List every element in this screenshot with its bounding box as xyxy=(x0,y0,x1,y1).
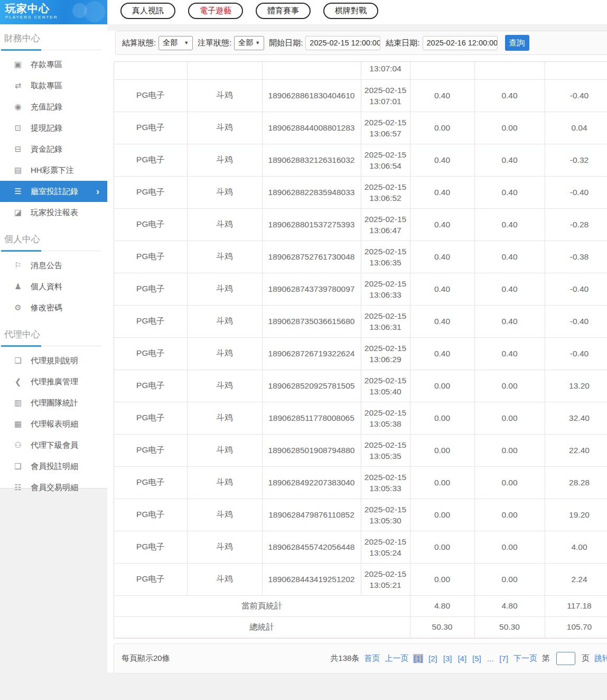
page-link[interactable]: [4] xyxy=(457,654,467,663)
time-line: 13:05:38 xyxy=(361,418,410,429)
cell-win-loss: 13.20 xyxy=(545,370,607,402)
cell-win-loss: -0.38 xyxy=(545,241,607,273)
tab-category[interactable]: 棋牌對戰 xyxy=(323,3,378,19)
cell-datetime: 2025-02-1513:06:29 xyxy=(361,337,410,370)
section-underline xyxy=(0,49,101,51)
cell-platform: PG电子 xyxy=(114,176,187,208)
search-button[interactable]: 查詢 xyxy=(505,35,529,51)
sidebar-item[interactable]: ⊟資金記錄 xyxy=(0,139,107,160)
cell-valid-bet: 0.40 xyxy=(474,305,545,337)
jump-button[interactable]: 跳转 xyxy=(594,653,607,664)
cell-valid-bet: 0.00 xyxy=(474,434,545,466)
order-status-select[interactable]: 全部 ▼ xyxy=(234,36,264,50)
sidebar-item[interactable]: ◉充值記錄 xyxy=(0,96,107,117)
date-line: 2025-02-15 xyxy=(361,536,410,547)
sidebar-item[interactable]: ▦代理報表明細 xyxy=(0,413,107,435)
table-summary-row: 總統計50.3050.30105.70 xyxy=(114,616,607,638)
gamepad-icon xyxy=(71,0,103,24)
sidebar-item-label: 消息公告 xyxy=(31,261,62,271)
time-line: 13:05:35 xyxy=(361,450,410,462)
page-link[interactable]: [5] xyxy=(472,654,482,663)
cell-datetime: 2025-02-1513:05:40 xyxy=(361,370,410,402)
cell-order-number: 1890628743739780097 xyxy=(262,273,361,305)
cell-game: 斗鸡 xyxy=(187,176,262,208)
page-link[interactable]: [7] xyxy=(499,654,509,663)
cell-bet-amount: 0.40 xyxy=(410,337,474,370)
tab-active[interactable]: 電子遊藝 xyxy=(188,3,243,19)
gear-icon: ⚙ xyxy=(13,303,23,312)
prev-page-link[interactable]: 上一页 xyxy=(385,653,408,664)
cell-valid-bet: 0.00 xyxy=(474,531,545,563)
tab-category[interactable]: 真人視訊 xyxy=(120,3,175,19)
tab-category[interactable]: 體育賽事 xyxy=(256,3,311,19)
cell-bet-amount: 0.40 xyxy=(410,208,474,241)
sidebar-item[interactable]: ▤HH彩票下注 xyxy=(0,160,107,181)
jump-page-input[interactable] xyxy=(556,652,575,665)
sidebar-item[interactable]: ☰廳室投註記錄› xyxy=(0,181,107,202)
sidebar-item[interactable]: ❑會員投註明細 xyxy=(0,456,107,477)
deposit-icon: ▣ xyxy=(13,60,23,69)
page-link[interactable]: [2] xyxy=(428,654,438,663)
sidebar-item[interactable]: ☷會員交易明細 xyxy=(0,477,107,498)
funds-icon: ⊟ xyxy=(13,144,23,154)
sidebar-item[interactable]: ⚐消息公告 xyxy=(0,255,107,276)
cell-game: 斗鸡 xyxy=(187,466,262,499)
cell-order-number: 1890628822835948033 xyxy=(262,176,361,208)
cell-game: 斗鸡 xyxy=(187,79,262,112)
sidebar-item[interactable]: ❏代理規則說明 xyxy=(0,350,107,371)
sidebar-item-label: 資金記錄 xyxy=(31,144,62,154)
sidebar-item[interactable]: ▣存款專區 xyxy=(0,54,107,75)
cell-platform: PG电子 xyxy=(114,112,187,144)
sidebar-item[interactable]: ⇄取款專區 xyxy=(0,75,107,96)
doc-icon: ❏ xyxy=(13,356,23,365)
cell-platform: PG电子 xyxy=(114,273,187,305)
start-date-input[interactable] xyxy=(305,36,380,50)
end-date-input[interactable] xyxy=(423,36,498,50)
sidebar-item[interactable]: ♟個人資料 xyxy=(0,276,107,297)
sidebar-item[interactable]: ⊡提現記錄 xyxy=(0,117,107,139)
page-link[interactable]: [3] xyxy=(443,654,453,663)
current-page-link[interactable]: [1] xyxy=(413,654,423,663)
cell-platform: PG电子 xyxy=(114,305,187,337)
table-row: PG电子斗鸡18906287527617300482025-02-1513:06… xyxy=(114,241,607,273)
time-line: 13:05:33 xyxy=(361,483,410,494)
cell-datetime: 2025-02-1513:05:33 xyxy=(361,466,410,499)
sidebar-item[interactable]: ◪玩家投注報表 xyxy=(0,202,107,223)
first-page-link[interactable]: 首页 xyxy=(364,653,380,664)
time-line: 13:06:33 xyxy=(361,289,410,300)
cell-win-loss: -0.28 xyxy=(545,208,607,241)
cell-win-loss: 0.04 xyxy=(545,112,607,144)
sidebar-item[interactable]: ▥代理團隊統計 xyxy=(0,392,107,413)
cell-platform: PG电子 xyxy=(114,434,187,466)
chevron-down-icon: ▼ xyxy=(255,40,260,45)
sidebar-item[interactable]: ❮代理推廣管理 xyxy=(0,371,107,392)
cell-win-loss: 28.28 xyxy=(545,466,607,499)
sidebar-item[interactable]: ⚇代理下級會員 xyxy=(0,435,107,456)
time-line: 13:05:24 xyxy=(361,547,410,558)
next-page-link[interactable]: 下一页 xyxy=(513,653,537,664)
total-count-label: 共138条 xyxy=(330,653,359,664)
cell-bet-amount: 0.00 xyxy=(410,434,474,466)
sidebar-item-label: 充值記錄 xyxy=(31,102,62,112)
section-underline xyxy=(0,250,101,252)
cell-game: 斗鸡 xyxy=(187,499,262,531)
cell-empty xyxy=(474,62,545,79)
page-number-links: [1][2][3][4][5]...[7] xyxy=(413,654,509,663)
cell-platform: PG电子 xyxy=(114,79,187,112)
cell-order-number: 1890628832126316032 xyxy=(262,144,361,176)
settle-status-select[interactable]: 全部 ▼ xyxy=(158,36,193,50)
sidebar-item[interactable]: ⚙修改密碼 xyxy=(0,297,107,318)
cell-game: 斗鸡 xyxy=(187,337,262,370)
section-title: 代理中心 xyxy=(0,320,107,345)
cell-empty xyxy=(410,62,474,79)
sidebar-section: 財務中心▣存款專區⇄取款專區◉充值記錄⊡提現記錄⊟資金記錄▤HH彩票下注☰廳室投… xyxy=(0,24,107,225)
cell-game: 斗鸡 xyxy=(187,112,262,144)
page-link[interactable]: ... xyxy=(487,654,494,663)
cell-valid-bet: 0.00 xyxy=(474,112,545,144)
time-line: 13:06:35 xyxy=(361,257,410,268)
cell-order-number: 1890628520925781505 xyxy=(262,370,361,402)
sidebar-item-label: 代理下級會員 xyxy=(31,440,78,450)
cell-order-number: 1890628443419251202 xyxy=(262,563,361,595)
cell-empty xyxy=(545,62,607,79)
cell-game: 斗鸡 xyxy=(187,208,262,241)
